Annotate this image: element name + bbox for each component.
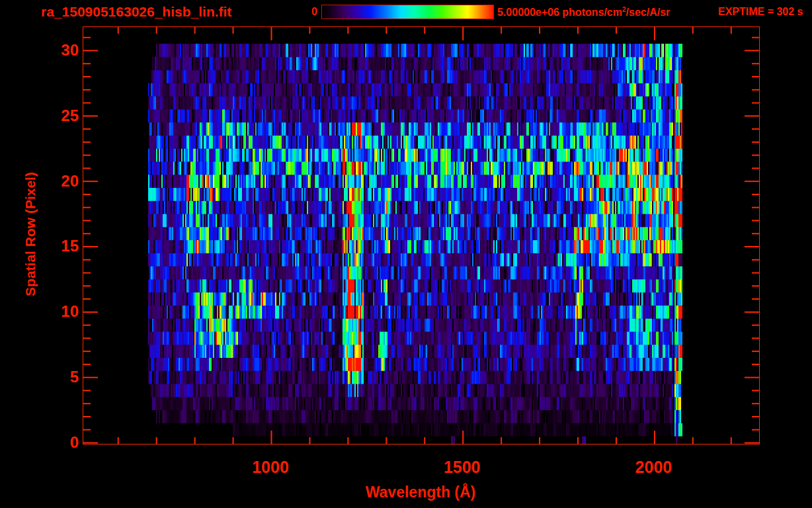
y-tick-label: 20: [3, 172, 79, 190]
y-axis-title: Spatial Row (Pixel): [22, 172, 38, 296]
x-tick-label: 1000: [231, 458, 310, 477]
y-tick-label: 0: [3, 433, 79, 452]
y-tick-label: 30: [3, 41, 79, 60]
x-tick-label: 1500: [423, 458, 502, 477]
y-tick-label: 25: [3, 106, 79, 125]
colorbar-min-label: 0: [284, 6, 317, 18]
spectrogram-viewer: ra_150905163026_hisb_lin.fit 0 5.00000e+…: [0, 0, 812, 508]
spectrogram-canvas: [83, 27, 759, 444]
colorbar-gradient: [321, 5, 494, 19]
plot-box: [83, 26, 760, 444]
colorbar-max-label: 5.00000e+06 photons/cm2/sec/A/sr: [497, 6, 670, 19]
exptime-label: EXPTIME = 302 s: [718, 6, 803, 18]
y-tick-label: 5: [3, 368, 79, 386]
x-axis-title: Wavelength (Å): [366, 484, 476, 501]
y-tick-label: 10: [3, 302, 79, 321]
colorbar-units-suffix: /sec/A/sr: [626, 7, 670, 18]
y-tick-label: 15: [3, 237, 79, 255]
colorbar-max-value: 5.00000e+06 photons/cm: [497, 7, 622, 18]
x-tick-label: 2000: [614, 458, 693, 477]
file-title: ra_150905163026_hisb_lin.fit: [41, 4, 231, 20]
